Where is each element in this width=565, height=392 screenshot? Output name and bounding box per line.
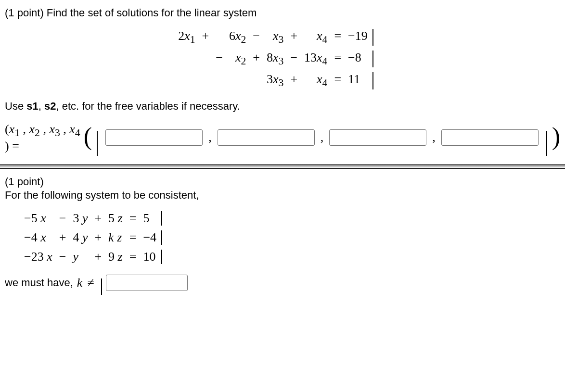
free-vars-instruction: Use s1, s2, etc. for the free variables … — [5, 100, 560, 113]
points-2: (1 point) — [5, 176, 560, 188]
comma-1: , — [205, 130, 215, 145]
problem-1-prompt: (1 point) Find the set of solutions for … — [5, 7, 560, 19]
answer-lhs: (x1 , x2 , x3 , x4 ) = — [5, 122, 81, 153]
s1r2op2: + — [253, 51, 260, 67]
x4-input[interactable] — [441, 129, 539, 146]
k-input[interactable] — [106, 275, 188, 291]
prompt-text: Find the set of solutions for the linear… — [44, 7, 257, 19]
s1r1eq: = — [334, 29, 341, 46]
x3-input[interactable] — [329, 129, 426, 146]
s2r1op1: − — [59, 211, 66, 226]
s2r1op2: + — [94, 211, 102, 226]
s1r1c2: 6x2 — [216, 29, 246, 46]
s1r1rhs: −19 — [348, 29, 373, 46]
s1r1c4: x4 — [304, 29, 327, 46]
comma-3: , — [429, 130, 438, 145]
s2r3op2: + — [94, 250, 102, 264]
problem-2: (1 point) For the following system to be… — [0, 168, 565, 300]
s1r1c1: 2x1 — [178, 29, 195, 46]
linear-system-2: −5 x − 3 y + 5 z = 5 −4 x + 4 y + k z = … — [24, 211, 560, 264]
s2r2c2: 4 y — [73, 230, 88, 245]
s2r3c1: −23 x — [24, 250, 52, 264]
s2r1eq: = — [129, 211, 137, 226]
s2r3c3: 9 z — [108, 250, 123, 264]
problem-separator — [0, 164, 565, 168]
final-pre: we must have, — [5, 277, 73, 289]
points-label: (1 point) — [5, 7, 44, 19]
s1r2c3: 8x3 — [267, 51, 283, 67]
k-var: k — [77, 276, 83, 290]
problem-1: (1 point) Find the set of solutions for … — [0, 0, 565, 164]
s1r2rhs: −8 — [348, 51, 373, 67]
x1-input[interactable] — [105, 129, 203, 146]
s2r2eq: = — [129, 230, 137, 245]
s1r2op3: − — [290, 51, 297, 67]
s2r3rhs: 10 — [143, 250, 162, 264]
s1r3c4: x4 — [304, 72, 327, 89]
s2r2op1: + — [59, 230, 66, 245]
s2r1c1: −5 x — [24, 211, 52, 226]
s2r2c3: k z — [108, 230, 123, 245]
s2r2rhs: −4 — [143, 230, 162, 245]
s1r1op1: + — [202, 29, 209, 46]
k-answer-line: we must have, k ≠ — [5, 275, 560, 291]
linear-system-1: 2x1 + 6x2 − x3 + x4 = −19 − x2 + 8x3 − 1… — [5, 29, 560, 89]
answer-row: (x1 , x2 , x3 , x4 ) = ( , , , ) — [5, 122, 560, 153]
s2r1c3: 5 z — [108, 211, 123, 226]
s1r2eq: = — [334, 51, 341, 67]
s2r2c1: −4 x — [24, 230, 52, 245]
s2-label: s2 — [44, 100, 56, 112]
comma-2: , — [318, 130, 327, 145]
s1r1op2: − — [253, 29, 260, 46]
s1r1op3: + — [290, 29, 297, 46]
s2r3c2: y — [73, 250, 88, 264]
x2-input[interactable] — [218, 129, 315, 146]
s1r3eq: = — [334, 72, 341, 89]
s1r3op3: + — [290, 72, 297, 89]
s1r3c3: 3x3 — [267, 72, 283, 89]
s2r2op2: + — [94, 230, 102, 245]
s1r2c4: 13x4 — [304, 51, 327, 67]
s1r1c3: x3 — [267, 29, 283, 46]
s2r3op1: − — [59, 250, 66, 264]
s2r1rhs: 5 — [143, 211, 162, 226]
neq-symbol: ≠ — [87, 276, 94, 290]
s2r1c2: 3 y — [73, 211, 88, 226]
s1r3rhs: 11 — [348, 72, 373, 89]
s1r2c2: − x2 — [216, 51, 246, 67]
problem-2-prompt: For the following system to be consisten… — [5, 189, 560, 202]
s2r3eq: = — [129, 250, 137, 264]
s1-label: s1 — [26, 100, 38, 112]
